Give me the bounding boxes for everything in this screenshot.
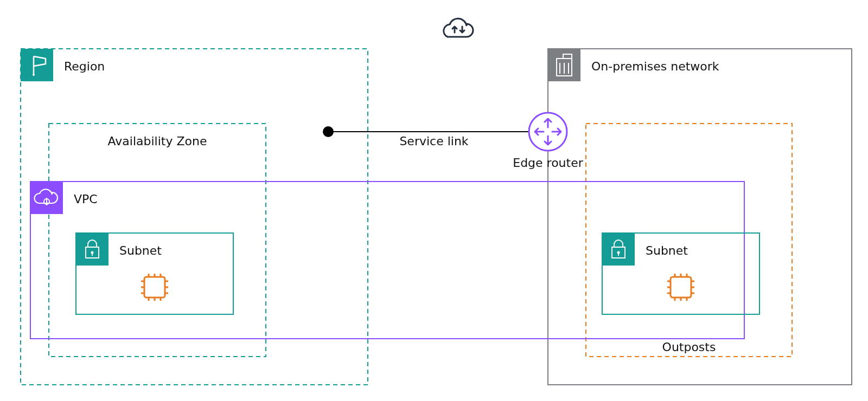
svg-rect-13 [144,277,165,297]
service-link-endpoint [323,126,334,137]
service-link-label: Service link [399,134,468,148]
vpc-container [30,182,744,339]
edge-router-icon [529,113,567,151]
svg-rect-30 [671,277,691,297]
svg-point-1 [33,74,35,76]
edge-router-label: Edge router [513,156,583,170]
region-container [21,49,368,385]
vpc-icon [30,182,63,214]
availability-zone-label: Availability Zone [108,134,207,148]
chip-icon-right [667,274,694,301]
region-label: Region [64,60,105,73]
subnet-right-icon [602,233,635,266]
svg-rect-9 [76,233,108,266]
svg-rect-26 [602,233,635,266]
cloud-icon [444,18,473,37]
onprem-icon [548,49,580,81]
vpc-label: VPC [74,192,98,206]
onprem-container [548,49,852,385]
outposts-label: Outposts [662,340,716,354]
subnet-left-icon [76,233,108,266]
chip-icon-left [141,274,168,301]
onprem-label: On-premises network [591,60,719,73]
subnet-right-label: Subnet [646,244,688,257]
subnet-left-label: Subnet [119,244,162,257]
region-icon [21,49,53,81]
